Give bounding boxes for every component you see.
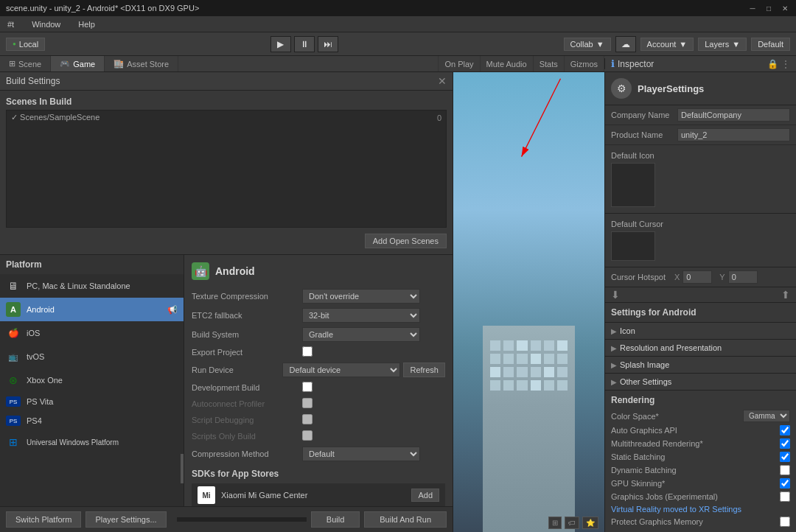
- game-view-control-2[interactable]: 🏷: [565, 517, 579, 529]
- platform-item-psvita[interactable]: PS PS Vita: [0, 392, 184, 411]
- company-name-input[interactable]: [677, 108, 790, 122]
- menu-item-window[interactable]: Window: [27, 18, 65, 30]
- tab-game[interactable]: 🎮 Game: [51, 56, 105, 71]
- menu-item-help[interactable]: Help: [74, 18, 100, 30]
- setting-autoconnect: Autoconnect Profiler: [192, 398, 445, 410]
- sdk-add-button[interactable]: Add: [411, 489, 439, 502]
- dev-build-checkbox[interactable]: [302, 382, 313, 392]
- gizmos-button[interactable]: Gizmos: [565, 56, 604, 71]
- player-settings-button[interactable]: Player Settings...: [85, 511, 166, 528]
- default-icon-area: Default Icon: [605, 145, 796, 214]
- auto-graphics-checkbox[interactable]: [780, 425, 790, 435]
- game-icon: 🎮: [60, 59, 70, 69]
- step-button[interactable]: ⏭: [318, 36, 338, 52]
- refresh-button[interactable]: Refresh: [403, 363, 445, 377]
- cloud-button[interactable]: ☁: [615, 36, 636, 52]
- pause-button[interactable]: ⏸: [294, 36, 315, 52]
- build-bottom: Switch Platform Player Settings... Build…: [0, 506, 453, 532]
- hotspot-y-input[interactable]: [728, 270, 758, 284]
- platform-icon-android: A: [6, 302, 21, 317]
- run-device-control: Default device Refresh: [282, 363, 445, 377]
- static-batching-checkbox[interactable]: [780, 452, 790, 462]
- autoconnect-checkbox[interactable]: [302, 398, 313, 408]
- scenes-title: Scenes In Build: [6, 97, 447, 107]
- settings-for-android: Settings for Android: [605, 303, 796, 323]
- on-play-button[interactable]: On Play: [439, 56, 480, 71]
- add-open-scenes-button[interactable]: Add Open Scenes: [365, 234, 447, 248]
- stats-button[interactable]: Stats: [534, 56, 565, 71]
- platform-item-uwp[interactable]: ⊞ Universal Windows Platform: [0, 430, 184, 454]
- switch-platform-button[interactable]: Switch Platform: [6, 511, 81, 528]
- play-button[interactable]: ▶: [270, 36, 291, 52]
- scene-icon: ⊞: [9, 59, 15, 69]
- platform-item-xbox[interactable]: ⊛ Xbox One: [0, 368, 184, 392]
- color-space-select[interactable]: Gamma: [743, 410, 790, 422]
- local-button[interactable]: ● Local: [6, 38, 45, 51]
- texture-compression-select[interactable]: Don't override: [302, 289, 420, 304]
- export-project-checkbox[interactable]: [302, 346, 313, 357]
- tab-asset-store[interactable]: 🏬 Asset Store: [105, 56, 178, 71]
- inspector-tab-label[interactable]: Inspector: [618, 59, 654, 69]
- etc2-label: ETC2 fallback: [192, 311, 302, 320]
- platform-icon-tvos: 📺: [6, 349, 21, 364]
- multithreaded-checkbox[interactable]: [780, 438, 790, 449]
- inspector-lock-icon[interactable]: 🔒: [767, 59, 778, 69]
- platform-item-pc[interactable]: 🖥 PC, Mac & Linux Standalone: [0, 274, 184, 298]
- dynamic-batching-checkbox[interactable]: [780, 465, 790, 475]
- resolution-section-header[interactable]: ▶ Resolution and Presentation: [605, 340, 796, 356]
- layers-button[interactable]: Layers ▼: [698, 38, 747, 51]
- platform-item-ps4[interactable]: PS PS4: [0, 411, 184, 430]
- arrow-down-icon[interactable]: ⬇: [611, 289, 620, 301]
- platform-item-ios[interactable]: 🍎 iOS: [0, 321, 184, 345]
- graphics-jobs-checkbox[interactable]: [780, 491, 790, 502]
- local-dot: ●: [13, 41, 16, 47]
- asset-store-icon: 🏬: [114, 59, 124, 69]
- game-view-control-1[interactable]: ⊞: [548, 517, 562, 529]
- default-cursor-area: Default Cursor: [605, 214, 796, 267]
- gpu-skinning-row: GPU Skinning*: [611, 478, 790, 489]
- xiaomi-icon: Mi: [198, 486, 215, 504]
- texture-compression-label: Texture Compression: [192, 292, 302, 301]
- protect-graphics-checkbox[interactable]: [780, 517, 790, 527]
- gpu-skinning-checkbox[interactable]: [780, 478, 790, 489]
- tab-scene[interactable]: ⊞ Scene: [0, 56, 51, 71]
- platform-item-tvos[interactable]: 📺 tvOS: [0, 345, 184, 368]
- game-view-control-3[interactable]: ⭐: [582, 517, 598, 529]
- script-debug-checkbox[interactable]: [302, 414, 313, 424]
- hotspot-x-input[interactable]: [682, 270, 712, 284]
- platform-item-android[interactable]: A Android 📢: [0, 298, 184, 321]
- default-icon-box: [611, 163, 655, 207]
- account-button[interactable]: Account ▼: [640, 38, 694, 51]
- default-cursor-label: Default Cursor: [611, 220, 790, 228]
- product-name-input[interactable]: [677, 128, 790, 141]
- splash-section-header[interactable]: ▶ Splash Image: [605, 357, 796, 373]
- mute-audio-button[interactable]: Mute Audio: [481, 56, 534, 71]
- scripts-only-checkbox[interactable]: [302, 430, 313, 441]
- multithreaded-row: Multithreaded Rendering*: [611, 438, 790, 449]
- minimize-button[interactable]: ─: [747, 3, 758, 13]
- menu-item-hash[interactable]: #t: [3, 18, 18, 30]
- android-header: 🤖 Android: [192, 262, 445, 280]
- platform-label-android: Android: [27, 305, 55, 314]
- close-button[interactable]: ✕: [780, 3, 790, 13]
- arrow-up-icon[interactable]: ⬆: [781, 289, 790, 301]
- android-settings: 🤖 Android Texture Compression Don't over…: [184, 255, 453, 506]
- etc2-select[interactable]: 32-bit: [302, 308, 420, 323]
- build-button[interactable]: Build: [311, 511, 360, 528]
- maximize-button[interactable]: □: [764, 3, 774, 13]
- default-button[interactable]: Default: [751, 38, 790, 51]
- scene-item[interactable]: ✓ Scenes/SampleScene 0: [7, 111, 446, 125]
- collab-button[interactable]: Collab ▼: [564, 38, 611, 51]
- platform-list: Platform 🖥 PC, Mac & Linux Standalone A …: [0, 255, 184, 506]
- rendering-section: Rendering Color Space* Gamma Auto Graphi…: [605, 391, 796, 532]
- build-system-select[interactable]: Gradle: [302, 327, 420, 342]
- sdk-item-xiaomi: Mi Xiaomi Mi Game Center Add: [192, 483, 445, 506]
- panel-close-button[interactable]: ✕: [438, 75, 447, 87]
- other-settings-header[interactable]: ▶ Other Settings: [605, 374, 796, 390]
- run-device-select[interactable]: Default device: [282, 363, 400, 377]
- icon-section-header[interactable]: ▶ Icon: [605, 323, 796, 339]
- vr-xr-link[interactable]: Virtual Reality moved to XR Settings: [611, 505, 741, 514]
- inspector-menu-icon[interactable]: ⋮: [781, 59, 790, 69]
- build-and-run-button[interactable]: Build And Run: [364, 511, 447, 528]
- compression-select[interactable]: Default: [302, 447, 420, 461]
